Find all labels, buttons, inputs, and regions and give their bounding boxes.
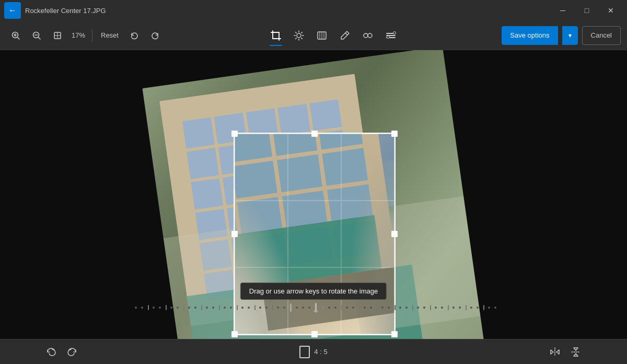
crop-handle-bottom-right[interactable]	[391, 331, 398, 337]
crop-handle-top-mid[interactable]	[311, 131, 318, 137]
flip-horizontal-button[interactable]	[545, 343, 564, 361]
svg-point-47	[230, 307, 232, 309]
draw-tool-button[interactable]	[334, 25, 355, 46]
edit-tools	[167, 25, 500, 46]
fit-button[interactable]	[48, 26, 67, 45]
minimize-button[interactable]: ─	[551, 2, 575, 19]
svg-point-53	[265, 307, 268, 309]
svg-point-58	[296, 307, 298, 309]
crop-handle-mid-left[interactable]	[231, 231, 238, 237]
svg-point-73	[381, 307, 384, 309]
svg-rect-66	[341, 305, 342, 310]
svg-point-40	[188, 307, 190, 309]
more-tool-button[interactable]	[380, 25, 401, 46]
zoom-in-button[interactable]	[6, 26, 25, 45]
svg-rect-57	[290, 303, 292, 312]
maximize-button[interactable]: □	[575, 2, 599, 19]
toolbar: 17% Reset	[0, 21, 627, 50]
crop-handle-top-right[interactable]	[391, 131, 398, 137]
aspect-ratio-icon	[299, 346, 310, 358]
minimize-icon: ─	[560, 6, 565, 15]
svg-rect-54	[272, 305, 273, 310]
svg-point-74	[388, 307, 390, 309]
cancel-button[interactable]: Cancel	[582, 26, 621, 45]
svg-point-85	[452, 307, 455, 309]
zoom-tools: 17% Reset	[6, 26, 165, 45]
rotation-track[interactable]	[131, 302, 496, 313]
grid-cell	[288, 134, 341, 201]
svg-point-70	[364, 307, 366, 309]
flip-vertical-button[interactable]	[566, 343, 585, 361]
title-bar: ← Rockefeller Center 17.JPG ─ □ ✕	[0, 0, 627, 21]
flip-horizontal-icon	[549, 346, 561, 358]
svg-point-25	[368, 33, 372, 38]
svg-rect-51	[254, 305, 256, 310]
svg-point-82	[435, 307, 437, 309]
svg-point-30	[387, 36, 389, 38]
adjust-tool-button[interactable]	[311, 25, 332, 46]
svg-point-34	[153, 307, 155, 309]
rotate-right-button[interactable]	[63, 343, 82, 361]
crop-handle-mid-right[interactable]	[391, 231, 398, 237]
rotation-bar[interactable]	[131, 302, 496, 313]
window	[182, 117, 215, 148]
svg-point-91	[488, 307, 490, 309]
crop-icon	[270, 30, 282, 41]
close-icon: ✕	[608, 6, 614, 15]
svg-line-16	[301, 38, 302, 39]
grid-cell	[341, 201, 394, 267]
zoom-out-button[interactable]	[27, 26, 46, 45]
svg-point-41	[194, 307, 196, 309]
svg-point-60	[308, 307, 310, 309]
rotation-tooltip: Drag or use arrow keys to rotate the ima…	[240, 283, 387, 300]
grid-cell	[341, 134, 394, 201]
svg-rect-81	[430, 305, 431, 310]
crop-handle-bottom-mid[interactable]	[311, 331, 318, 337]
svg-rect-75	[394, 305, 396, 310]
rotate-buttons	[42, 343, 82, 361]
save-options-dropdown-button[interactable]: ▾	[562, 26, 578, 45]
svg-point-46	[224, 307, 226, 309]
svg-rect-90	[483, 305, 484, 310]
crop-handle-bottom-left[interactable]	[231, 331, 238, 337]
svg-line-5	[39, 37, 41, 39]
svg-line-17	[301, 32, 302, 33]
undo-button[interactable]	[125, 26, 144, 45]
redo-button[interactable]	[146, 26, 165, 45]
grid-cell	[235, 267, 288, 334]
svg-point-65	[334, 307, 336, 309]
svg-point-67	[346, 307, 348, 309]
svg-point-32	[141, 307, 143, 309]
crop-tool-button[interactable]	[265, 25, 286, 46]
svg-point-44	[212, 307, 214, 309]
close-button[interactable]: ✕	[599, 2, 623, 19]
rotation-ruler[interactable]	[131, 301, 496, 314]
back-button[interactable]: ←	[4, 2, 21, 19]
filter-tool-button[interactable]	[357, 25, 378, 46]
reset-button[interactable]: Reset	[97, 26, 123, 45]
more-icon	[385, 30, 397, 41]
brightness-tool-button[interactable]	[288, 25, 309, 46]
rotate-left-button[interactable]	[42, 343, 61, 361]
svg-rect-48	[237, 305, 238, 310]
crop-handle-top-left[interactable]	[231, 131, 238, 137]
fit-icon	[53, 31, 62, 40]
window-controls: ─ □ ✕	[551, 2, 623, 19]
window	[191, 178, 223, 209]
window	[309, 99, 342, 131]
svg-point-29	[393, 31, 396, 34]
aspect-ratio-display[interactable]: 4 : 5	[299, 346, 327, 358]
bottom-bar: 4 : 5	[0, 339, 627, 364]
zoom-out-icon	[32, 31, 41, 40]
save-options-button[interactable]: Save options	[502, 26, 558, 45]
svg-point-52	[259, 307, 261, 309]
svg-point-31	[135, 307, 137, 309]
svg-point-37	[170, 307, 172, 309]
dropdown-icon: ▾	[568, 32, 572, 39]
draw-icon	[339, 30, 351, 41]
rotate-right-icon	[66, 346, 78, 358]
divider	[92, 29, 92, 42]
svg-rect-39	[183, 305, 184, 310]
save-tools: Save options ▾ Cancel	[502, 26, 621, 45]
redo-icon	[150, 31, 160, 40]
